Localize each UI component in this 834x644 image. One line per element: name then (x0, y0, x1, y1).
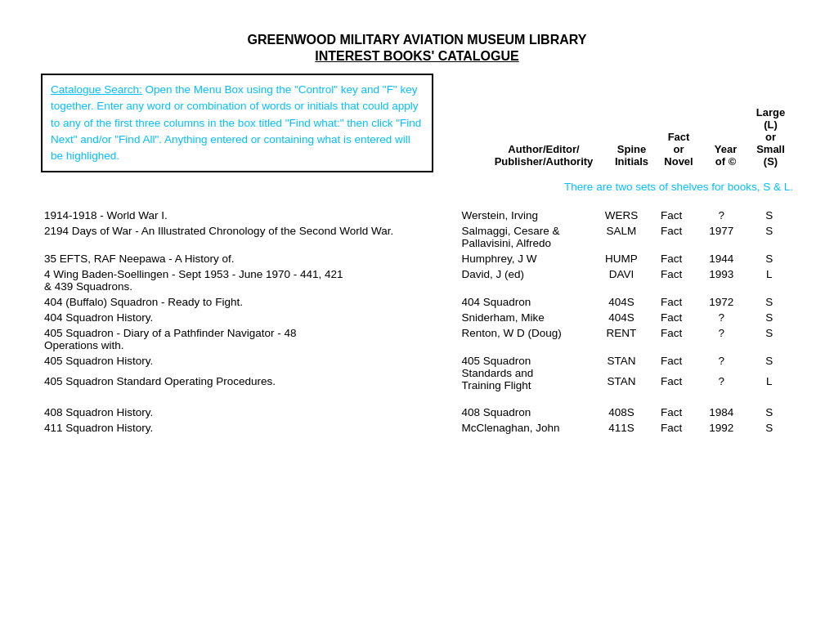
table-row: 4 Wing Baden-Soellingen - Sept 1953 - Ju… (41, 266, 793, 294)
book-author: 405 SquadronStandards andTraining Flight (459, 353, 598, 393)
book-author: Salmaggi, Cesare &Pallavisini, Alfredo (459, 223, 598, 251)
book-title: 404 Squadron History. (41, 310, 459, 325)
book-year: 1984 (697, 405, 745, 420)
book-size: L (745, 266, 793, 294)
book-size: S (745, 353, 793, 373)
book-size: S (745, 325, 793, 353)
book-title: 411 Squadron History. (41, 420, 459, 436)
book-spine: 411S (598, 420, 645, 436)
shelf-note: There are two sets of shelves for books,… (41, 181, 793, 193)
table-row: 404 Squadron History.Sniderham, Mike404S… (41, 310, 793, 325)
book-author: Sniderham, Mike (459, 310, 598, 325)
book-spine: DAVI (598, 266, 645, 294)
book-size: S (745, 310, 793, 325)
table-row: 35 EFTS, RAF Neepawa - A History of.Hump… (41, 251, 793, 266)
book-year: ? (697, 310, 745, 325)
book-size: S (745, 405, 793, 420)
book-spine: WERS (598, 208, 645, 223)
book-title: 408 Squadron History. (41, 405, 459, 420)
col-header-spine: SpineInitials (609, 141, 654, 169)
book-fact: Fact (645, 251, 697, 266)
col-header-fact: FactorNovel (654, 129, 703, 169)
col-header-size: Large(L)orSmall(S) (748, 105, 793, 169)
book-year: 1993 (697, 266, 745, 294)
book-title: 405 Squadron - Diary of a Pathfinder Nav… (41, 325, 459, 353)
book-title: 404 (Buffalo) Squadron - Ready to Fight. (41, 294, 459, 310)
col-header-author: Author/Editor/Publisher/Authority (478, 141, 609, 169)
book-size: S (745, 420, 793, 436)
table-row: 411 Squadron History.McClenaghan, John41… (41, 420, 793, 436)
book-spine: 404S (598, 310, 645, 325)
book-title: 405 Squadron Standard Operating Procedur… (41, 373, 459, 394)
book-year: 1992 (697, 420, 745, 436)
table-row (41, 393, 793, 405)
book-size: L (745, 373, 793, 394)
book-fact: Fact (645, 223, 697, 251)
book-spine: 408S (598, 405, 645, 420)
book-title: 35 EFTS, RAF Neepawa - A History of. (41, 251, 459, 266)
book-year: 1944 (697, 251, 745, 266)
book-year: ? (697, 373, 745, 394)
table-row: 404 (Buffalo) Squadron - Ready to Fight.… (41, 294, 793, 310)
page-subtitle: INTEREST BOOKS' CATALOGUE (41, 49, 793, 64)
col-header-year: Yearof © (703, 141, 748, 169)
book-year: ? (697, 353, 745, 373)
book-spine: STAN (598, 373, 645, 394)
book-fact: Fact (645, 208, 697, 223)
book-size: S (745, 251, 793, 266)
books-table: 1914-1918 - World War I.Werstein, Irving… (41, 208, 793, 436)
book-size: S (745, 208, 793, 223)
book-year: ? (697, 208, 745, 223)
book-fact: Fact (645, 266, 697, 294)
catalogue-search-label: Catalogue Search: (51, 83, 142, 96)
book-size: S (745, 223, 793, 251)
book-author: David, J (ed) (459, 266, 598, 294)
book-fact: Fact (645, 294, 697, 310)
book-author: Renton, W D (Doug) (459, 325, 598, 353)
table-row: 405 Squadron History.405 SquadronStandar… (41, 353, 793, 373)
table-row: 1914-1918 - World War I.Werstein, Irving… (41, 208, 793, 223)
book-spine: SALM (598, 223, 645, 251)
book-fact: Fact (645, 420, 697, 436)
table-row: 405 Squadron Standard Operating Procedur… (41, 373, 793, 394)
book-year: 1972 (697, 294, 745, 310)
book-author: Werstein, Irving (459, 208, 598, 223)
book-fact: Fact (645, 373, 697, 394)
book-fact: Fact (645, 353, 697, 373)
book-spine: RENT (598, 325, 645, 353)
search-instructions-box: Catalogue Search: Open the Menu Box usin… (41, 74, 433, 172)
book-spine: HUMP (598, 251, 645, 266)
book-author: 408 Squadron (459, 405, 598, 420)
page-title: GREENWOOD MILITARY AVIATION MUSEUM LIBRA… (41, 33, 793, 47)
book-title: 1914-1918 - World War I. (41, 208, 459, 223)
book-spine: 404S (598, 294, 645, 310)
book-title: 405 Squadron History. (41, 353, 459, 373)
table-row: 408 Squadron History.408 Squadron408SFac… (41, 405, 793, 420)
book-author: McClenaghan, John (459, 420, 598, 436)
book-spine: STAN (598, 353, 645, 373)
book-author: 404 Squadron (459, 294, 598, 310)
book-fact: Fact (645, 405, 697, 420)
book-title: 4 Wing Baden-Soellingen - Sept 1953 - Ju… (41, 266, 459, 294)
book-year: ? (697, 325, 745, 353)
book-author: Humphrey, J W (459, 251, 598, 266)
table-row: 405 Squadron - Diary of a Pathfinder Nav… (41, 325, 793, 353)
book-fact: Fact (645, 310, 697, 325)
book-size: S (745, 294, 793, 310)
book-year: 1977 (697, 223, 745, 251)
table-row: 2194 Days of War - An Illustrated Chrono… (41, 223, 793, 251)
book-fact: Fact (645, 325, 697, 353)
book-title: 2194 Days of War - An Illustrated Chrono… (41, 223, 459, 251)
